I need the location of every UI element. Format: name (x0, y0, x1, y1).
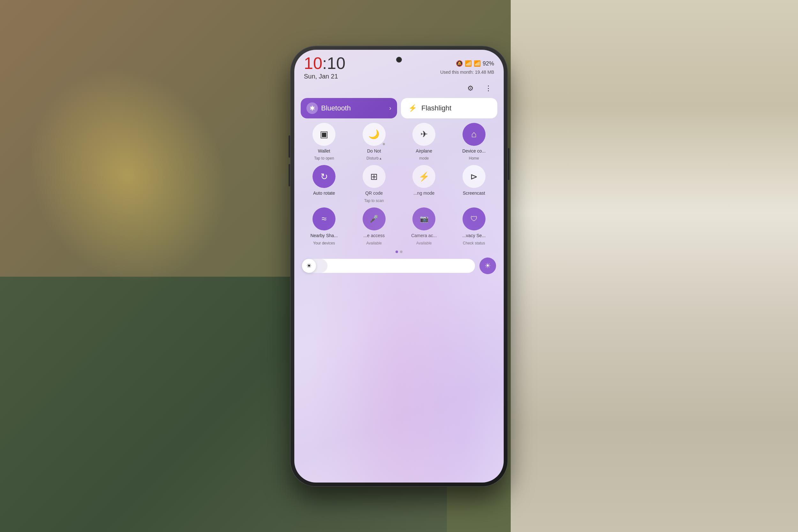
date: Sun, Jan 21 (304, 73, 345, 80)
camera-access-sublabel: Available (416, 241, 432, 245)
pagination-dots (301, 250, 497, 253)
wallet-sublabel: Tap to open (314, 156, 334, 160)
dnd-toggle[interactable]: 🌙 Do Not Disturb ▴ (351, 123, 398, 161)
charging-mode-toggle[interactable]: ⚡ ...ng mode (401, 165, 448, 203)
auto-rotate-toggle[interactable]: ↻ Auto rotate (301, 165, 348, 203)
power-button[interactable] (508, 148, 510, 180)
wood-background (511, 0, 798, 532)
clock-hour: 10 (304, 54, 322, 73)
flashlight-label: Flashlight (421, 104, 451, 112)
dot-1 (396, 250, 398, 253)
phone: 10:10 Sun, Jan 21 🔕 📶 📶 92% Used this mo… (290, 46, 508, 486)
privacy-label: ...vacy Se... (462, 233, 486, 239)
bluetooth-icon: ✱ (306, 102, 318, 114)
screencast-label: Screencast (463, 191, 485, 196)
camera-notch (396, 57, 402, 62)
dnd-sublabel: Disturb ▴ (366, 156, 381, 160)
brightness-slider[interactable]: ☀ (302, 259, 475, 273)
mic-access-sublabel: Available (366, 241, 382, 245)
dnd-dot (383, 143, 385, 145)
toggles-row-1: ▣ Wallet Tap to open 🌙 Do Not (301, 123, 497, 161)
auto-rotate-icon: ↻ (312, 165, 336, 188)
bluetooth-button[interactable]: ✱ Bluetooth › (301, 98, 397, 118)
auto-brightness-icon: ☀ (484, 262, 491, 270)
brightness-row: ☀ ☀ (301, 258, 497, 274)
privacy-icon: 🛡 (462, 207, 486, 230)
top-buttons-row: ✱ Bluetooth › ⚡ Flashlight (301, 98, 497, 118)
airplane-icon: ✈ (413, 123, 435, 146)
volume-down-button[interactable] (288, 164, 290, 186)
qr-code-toggle[interactable]: ⊞ QR code Tap to scan (351, 165, 398, 203)
flashlight-icon: ⚡ (407, 102, 418, 114)
nearby-share-icon: ≈ (312, 207, 336, 230)
battery-level: 92% (482, 60, 494, 67)
data-usage: Used this month: 19.48 MB (440, 70, 494, 75)
privacy-toggle[interactable]: 🛡 ...vacy Se... Check status (451, 207, 498, 245)
device-controls-sublabel: Home (469, 156, 479, 160)
flashlight-button[interactable]: ⚡ Flashlight (401, 98, 497, 118)
sun-icon-small: ☀ (306, 262, 311, 269)
camera-access-toggle[interactable]: 📷 Camera ac... Available (401, 207, 448, 245)
dnd-circle-wrapper: 🌙 (363, 123, 385, 146)
dnd-icon: 🌙 (363, 123, 385, 146)
signal-icon: 📶 (474, 60, 481, 67)
status-icons: 🔕 📶 📶 92% Used this month: 19.48 MB (440, 60, 494, 75)
time-date-block: 10:10 Sun, Jan 21 (304, 55, 345, 80)
device-controls-toggle[interactable]: ⌂ Device co... Home (451, 123, 498, 161)
airplane-toggle[interactable]: ✈ Airplane mode (401, 123, 448, 161)
wallet-label: Wallet (318, 148, 330, 154)
screencast-icon: ⊳ (462, 165, 486, 188)
device-controls-icon: ⌂ (462, 123, 486, 146)
nearby-share-sublabel: Your devices (313, 241, 335, 245)
mic-access-label: ...e access (363, 233, 385, 239)
dnd-label: Do Not (367, 148, 381, 154)
mic-access-icon: 🎤 (363, 207, 385, 230)
phone-outer: 10:10 Sun, Jan 21 🔕 📶 📶 92% Used this mo… (290, 46, 508, 486)
dot-2 (400, 250, 402, 253)
wallet-circle-wrapper: ▣ (312, 123, 336, 146)
volume-up-button[interactable] (288, 135, 290, 158)
auto-rotate-label: Auto rotate (313, 191, 335, 196)
toggles-row-3: ≈ Nearby Sha... Your devices 🎤 ...e acce… (301, 207, 497, 245)
airplane-sublabel: mode (419, 156, 429, 160)
status-bar: 10:10 Sun, Jan 21 🔕 📶 📶 92% Used this mo… (294, 50, 504, 83)
charging-mode-label: ...ng mode (413, 191, 434, 196)
camera-access-label: Camera ac... (411, 233, 437, 239)
qr-code-icon: ⊞ (363, 165, 385, 188)
bluetooth-label: Bluetooth (321, 104, 386, 112)
auto-brightness-button[interactable]: ☀ (479, 258, 496, 274)
qr-code-label: QR code (365, 191, 383, 196)
quick-settings-panel: ✱ Bluetooth › ⚡ Flashlight ▣ (294, 98, 504, 274)
toggles-row-2: ↻ Auto rotate ⊞ QR code Tap to scan ⚡ ..… (301, 165, 497, 203)
mic-access-toggle[interactable]: 🎤 ...e access Available (351, 207, 398, 245)
privacy-sublabel: Check status (463, 241, 485, 245)
airplane-label: Airplane (416, 148, 432, 154)
mute-icon: 🔕 (456, 60, 463, 67)
qr-code-sublabel: Tap to scan (364, 198, 384, 203)
status-icons-row: 🔕 📶 📶 92% (456, 60, 494, 67)
nearby-share-toggle[interactable]: ≈ Nearby Sha... Your devices (301, 207, 348, 245)
phone-screen: 10:10 Sun, Jan 21 🔕 📶 📶 92% Used this mo… (294, 50, 504, 482)
wifi-icon: 📶 (465, 60, 472, 67)
settings-button[interactable]: ⚙ (465, 83, 476, 94)
camera-access-icon: 📷 (413, 207, 435, 230)
clock: 10:10 (304, 55, 345, 72)
more-options-button[interactable]: ⋮ (482, 83, 494, 94)
device-controls-label: Device co... (462, 148, 486, 154)
bluetooth-chevron: › (389, 104, 391, 112)
settings-row: ⚙ ⋮ (294, 83, 504, 98)
nearby-share-label: Nearby Sha... (310, 233, 338, 239)
wallet-icon: ▣ (312, 123, 336, 146)
clock-colon: : (322, 54, 327, 73)
screencast-toggle[interactable]: ⊳ Screencast (451, 165, 498, 203)
charging-mode-icon: ⚡ (413, 165, 435, 188)
wallet-toggle[interactable]: ▣ Wallet Tap to open (301, 123, 348, 161)
clock-minute: 10 (327, 54, 345, 73)
